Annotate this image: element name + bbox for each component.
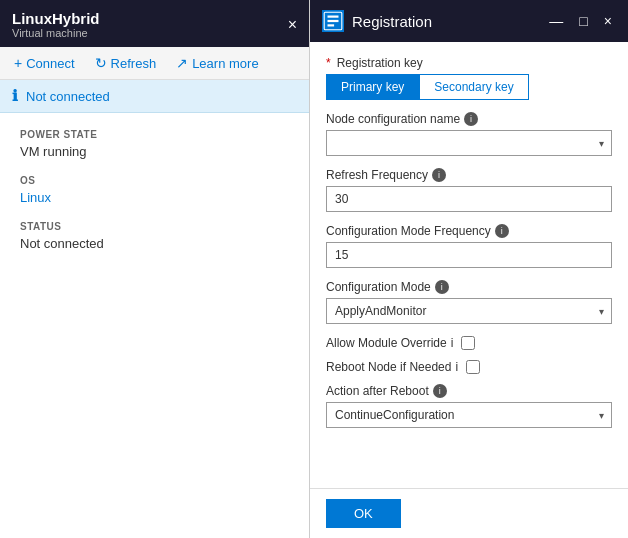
config-mode-freq-group: Configuration Mode Frequency i [326, 224, 612, 268]
reg-key-label-text: Registration key [337, 56, 423, 70]
allow-module-label-text: Allow Module Override [326, 336, 447, 350]
refresh-freq-input[interactable] [326, 186, 612, 212]
allow-module-label: Allow Module Override i [326, 336, 453, 350]
config-mode-freq-label: Configuration Mode Frequency i [326, 224, 612, 238]
learn-more-icon: ↗ [176, 55, 188, 71]
node-config-info-icon: i [464, 112, 478, 126]
action-reboot-label-text: Action after Reboot [326, 384, 429, 398]
action-reboot-select[interactable]: ContinueConfiguration StopConfiguration [326, 402, 612, 428]
registration-svg-icon [322, 10, 344, 32]
connect-button[interactable]: + Connect [10, 53, 79, 73]
config-mode-select[interactable]: ApplyAndMonitor ApplyOnly ApplyAndAutoCo… [326, 298, 612, 324]
action-reboot-label: Action after Reboot i [326, 384, 612, 398]
refresh-freq-info-icon: i [432, 168, 446, 182]
config-mode-label-text: Configuration Mode [326, 280, 431, 294]
maximize-button[interactable]: □ [575, 11, 591, 31]
vm-name: LinuxHybrid [12, 10, 100, 27]
config-mode-freq-input[interactable] [326, 242, 612, 268]
learn-more-label: Learn more [192, 56, 258, 71]
right-title: Registration [352, 13, 432, 30]
left-toolbar: + Connect ↻ Refresh ↗ Learn more [0, 47, 309, 80]
learn-more-button[interactable]: ↗ Learn more [172, 53, 262, 73]
right-close-button[interactable]: × [600, 11, 616, 31]
allow-module-row: Allow Module Override i [326, 336, 612, 350]
info-icon: ℹ [12, 87, 18, 105]
right-header: Registration — □ × [310, 0, 628, 42]
right-header-controls: — □ × [545, 11, 616, 31]
connect-icon: + [14, 55, 22, 71]
reboot-node-checkbox[interactable] [466, 360, 480, 374]
config-mode-select-wrapper: ApplyAndMonitor ApplyOnly ApplyAndAutoCo… [326, 298, 612, 324]
refresh-freq-group: Refresh Frequency i [326, 168, 612, 212]
config-mode-info-icon: i [435, 280, 449, 294]
left-close-button[interactable]: × [288, 16, 297, 34]
status-label: STATUS [20, 221, 289, 232]
refresh-icon: ↻ [95, 55, 107, 71]
action-reboot-info-icon: i [433, 384, 447, 398]
required-star: * [326, 56, 331, 70]
registration-icon [322, 10, 344, 32]
reboot-node-label: Reboot Node if Needed i [326, 360, 458, 374]
node-config-select[interactable] [326, 130, 612, 156]
right-body: * Registration key Primary key Secondary… [310, 42, 628, 488]
reboot-node-info-icon: i [455, 360, 458, 374]
right-footer: OK [310, 488, 628, 538]
status-text: Not connected [26, 89, 110, 104]
refresh-freq-label-text: Refresh Frequency [326, 168, 428, 182]
status-value: Not connected [20, 236, 289, 251]
refresh-freq-label: Refresh Frequency i [326, 168, 612, 182]
right-panel: Registration — □ × * Registration key Pr… [310, 0, 628, 538]
svg-rect-3 [328, 24, 335, 26]
svg-rect-2 [328, 20, 339, 22]
left-header: LinuxHybrid Virtual machine × [0, 0, 309, 47]
allow-module-info-icon: i [451, 336, 454, 350]
reboot-node-row: Reboot Node if Needed i [326, 360, 612, 374]
svg-rect-1 [328, 16, 339, 18]
reboot-node-label-text: Reboot Node if Needed [326, 360, 451, 374]
reg-key-group: * Registration key Primary key Secondary… [326, 56, 612, 100]
os-value[interactable]: Linux [20, 190, 289, 205]
left-content: POWER STATE VM running OS Linux STATUS N… [0, 113, 309, 538]
power-state-label: POWER STATE [20, 129, 289, 140]
node-config-label-text: Node configuration name [326, 112, 460, 126]
refresh-button[interactable]: ↻ Refresh [91, 53, 161, 73]
action-reboot-select-wrapper: ContinueConfiguration StopConfiguration … [326, 402, 612, 428]
action-reboot-group: Action after Reboot i ContinueConfigurat… [326, 384, 612, 428]
config-mode-label: Configuration Mode i [326, 280, 612, 294]
ok-button[interactable]: OK [326, 499, 401, 528]
node-config-select-wrapper: ▾ [326, 130, 612, 156]
status-bar: ℹ Not connected [0, 80, 309, 113]
vm-type: Virtual machine [12, 27, 100, 39]
os-label: OS [20, 175, 289, 186]
power-state-value: VM running [20, 144, 289, 159]
node-config-group: Node configuration name i ▾ [326, 112, 612, 156]
allow-module-checkbox[interactable] [461, 336, 475, 350]
node-config-label: Node configuration name i [326, 112, 612, 126]
secondary-key-tab[interactable]: Secondary key [419, 74, 528, 100]
minimize-button[interactable]: — [545, 11, 567, 31]
reg-key-tabs: Primary key Secondary key [326, 74, 612, 100]
connect-label: Connect [26, 56, 74, 71]
config-mode-freq-info-icon: i [495, 224, 509, 238]
primary-key-tab[interactable]: Primary key [326, 74, 419, 100]
refresh-label: Refresh [111, 56, 157, 71]
reg-key-label: * Registration key [326, 56, 612, 70]
config-mode-group: Configuration Mode i ApplyAndMonitor App… [326, 280, 612, 324]
vm-title-group: LinuxHybrid Virtual machine [12, 10, 100, 39]
right-header-left: Registration [322, 10, 432, 32]
left-panel: LinuxHybrid Virtual machine × + Connect … [0, 0, 310, 538]
config-mode-freq-label-text: Configuration Mode Frequency [326, 224, 491, 238]
